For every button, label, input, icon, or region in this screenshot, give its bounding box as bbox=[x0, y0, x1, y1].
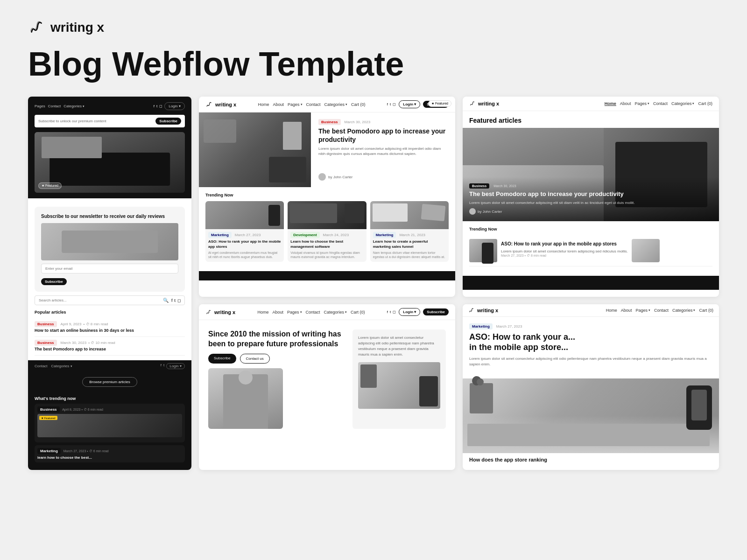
trend-excerpt-1: At eget condimentum condimentum mus feug… bbox=[208, 251, 281, 259]
popular-item-2: Business March 30, 2023 • ⏱ 10 min read … bbox=[35, 337, 185, 356]
about-fb-icon: f bbox=[387, 310, 388, 314]
right-trending-excerpt-1: Lorem ipsum dolor sit amet consectetur l… bbox=[501, 249, 628, 254]
trend-image-1 bbox=[205, 201, 284, 229]
about-secondary-image bbox=[358, 362, 440, 409]
article-tag: Marketing bbox=[469, 323, 493, 329]
nav-login-btn[interactable]: Login ▾ bbox=[399, 100, 420, 108]
featured-hero-author: by John Carter bbox=[469, 208, 712, 215]
about-right-column: Lorem ipsum dolor sit amet consectetur a… bbox=[352, 329, 446, 429]
sidebar-nav-links: Pages Contact Categories ▾ bbox=[35, 104, 85, 108]
phone-decoration bbox=[268, 205, 280, 226]
phone-decoration-large bbox=[686, 385, 712, 430]
about-subscribe-btn[interactable]: Subscribe bbox=[423, 308, 449, 315]
about-excerpt-text: Lorem ipsum dolor sit amet consectetur a… bbox=[358, 335, 440, 357]
popular-item-title-1: How to start an online business in 30 da… bbox=[35, 328, 185, 334]
right-trending-img-2 bbox=[632, 239, 660, 262]
hero-tag: Business bbox=[318, 119, 341, 125]
hero-featured-badge: ★ Featured bbox=[428, 100, 451, 107]
article-logo-icon bbox=[468, 307, 475, 314]
newsletter-card: Subscribe to our newsletter to receive o… bbox=[35, 207, 185, 292]
typewriter-image bbox=[41, 223, 178, 260]
facebook-icon: f bbox=[154, 104, 155, 108]
tag-business: Business bbox=[35, 321, 57, 327]
hero-author-avatar bbox=[318, 173, 326, 181]
main-nav-logo: writing x bbox=[205, 101, 236, 108]
main-blog-preview-card: writing x Home About Pages ▾ Contact Cat… bbox=[199, 97, 455, 297]
footer-login-btn[interactable]: Login ▾ bbox=[166, 363, 185, 369]
trending-grid: Marketing March 27, 2023 ASO: How to ran… bbox=[205, 201, 449, 262]
about-subscribe-button[interactable]: Subscribe bbox=[208, 354, 236, 364]
trend-excerpt-2: Volutpat vivamus id ipsum fringilla eges… bbox=[290, 251, 363, 259]
article-detail-header-area: Marketing March 27, 2023 ASO: How to ran… bbox=[463, 317, 719, 378]
nav-ig-icon: ◻ bbox=[393, 102, 396, 106]
right-trending-content-1: ASO: How to rank your app in the mobile … bbox=[501, 239, 628, 257]
sidebar-dark-bottom: Contact Categories ▾ f t Login ▾ Browse … bbox=[28, 360, 191, 470]
right-trending-label: Trending Now bbox=[469, 227, 712, 231]
page-title: Blog Webflow Template bbox=[28, 46, 719, 83]
sub-article-title: How does the app store ranking bbox=[463, 453, 719, 462]
footer-twitter-icon: t bbox=[163, 363, 164, 369]
newsletter-subscribe-button[interactable]: Subscribe bbox=[41, 278, 67, 285]
search-input[interactable] bbox=[39, 298, 160, 302]
article-detail-preview: writing x Home About Pages ▾ Contact Cat… bbox=[463, 304, 719, 469]
right-trending-section: Trending Now ASO: How to rank your app i… bbox=[463, 221, 719, 272]
about-action-buttons: Subscribe Contact us bbox=[208, 354, 343, 364]
browse-premium-button[interactable]: Browse premium articles bbox=[82, 377, 137, 387]
subscribe-button[interactable]: Subscribe bbox=[155, 118, 181, 125]
popular-item-title-2: The best Pomodoro app to increase bbox=[35, 347, 185, 352]
newsletter-title: Subscribe to our newsletter to receive o… bbox=[41, 213, 178, 219]
dark-trending-image: ★ Featured bbox=[37, 414, 182, 437]
trending-dark-item-1: Business April 8, 2023 • ⏱ 6 min read ★ … bbox=[35, 404, 185, 442]
trend-info-2: Development March 24, 2023 Learn how to … bbox=[288, 229, 366, 262]
black-divider-bar bbox=[199, 271, 455, 280]
notebook-decoration bbox=[42, 137, 102, 158]
mini-social-icons: f t ◻ bbox=[154, 104, 162, 108]
about-person-image bbox=[208, 368, 283, 429]
keyboard-decoration bbox=[467, 424, 710, 446]
trend-info-3: Marketing March 21, 2023 Learn how to cr… bbox=[370, 229, 449, 262]
dark-footer-nav: Contact Categories ▾ f t Login ▾ bbox=[28, 360, 191, 372]
featured-hero-overlay: Business March 30, 2023 The best Pomodor… bbox=[463, 177, 719, 221]
about-login-btn[interactable]: Login ▾ bbox=[399, 308, 420, 316]
sidebar-social-icons: f t ◻ bbox=[171, 298, 181, 303]
article-nav-logo: writing x bbox=[468, 307, 498, 314]
sidebar-nav-dark: Pages Contact Categories ▾ f t ◻ Login ▾ bbox=[35, 102, 185, 110]
about-nav: writing x Home About Pages ▾ Contact Cat… bbox=[199, 304, 455, 320]
right-black-bar bbox=[463, 276, 719, 290]
about-page-preview: writing x Home About Pages ▾ Contact Cat… bbox=[199, 304, 455, 469]
sidebar-featured-image: ★ Featured bbox=[35, 132, 185, 193]
main-container: writing x Blog Webflow Template Pages Co… bbox=[0, 0, 747, 560]
nav-social: f t ◻ bbox=[387, 102, 396, 106]
main-logo: writing x bbox=[28, 19, 104, 36]
about-logo-icon bbox=[205, 309, 212, 315]
header-area: writing x bbox=[28, 19, 719, 36]
hero-article-excerpt: Lorem ipsum dolor sit amet consectetur a… bbox=[318, 146, 448, 156]
logo-icon bbox=[28, 19, 46, 36]
featured-badge-dark: ★ Featured bbox=[38, 182, 62, 189]
trend-card-1: Marketing March 27, 2023 ASO: How to ran… bbox=[205, 201, 284, 262]
trend-card-3: Marketing March 21, 2023 Learn how to cr… bbox=[370, 201, 449, 262]
whats-trending-title: What's trending now bbox=[35, 396, 185, 401]
article-date: March 27, 2023 bbox=[496, 324, 522, 329]
article-detail-excerpt: Lorem ipsum dolor sit amet consectetur a… bbox=[469, 356, 712, 367]
search-icon[interactable]: 🔍 bbox=[163, 298, 169, 303]
subscribe-prompt: Subscribe to unlock our premium content bbox=[38, 119, 106, 123]
login-button-dark[interactable]: Login ▾ bbox=[164, 102, 185, 110]
featured-hero-excerpt: Lorem ipsum dolor sit amet consectetur a… bbox=[469, 200, 712, 205]
author-avatar-small bbox=[469, 208, 476, 215]
nav-tw-icon: t bbox=[390, 102, 391, 106]
featured-hero-title: The best Pomodoro app to increase your p… bbox=[469, 190, 712, 198]
article-detail-title: ASO: How to rank your a...in the mobile … bbox=[469, 332, 712, 352]
subscribe-bar: Subscribe to unlock our premium content … bbox=[35, 115, 185, 127]
tag-business-2: Business bbox=[35, 340, 57, 346]
trend-title-3: Learn how to create a powerful marketing… bbox=[373, 239, 446, 249]
right-trending-date-1: March 27, 2023 • ⏱ 8 min read bbox=[501, 254, 628, 257]
main-nav-links: Home About Pages ▾ Contact Categories ▾ … bbox=[258, 102, 365, 107]
trend-card-2: Development March 24, 2023 Learn how to … bbox=[288, 201, 366, 262]
about-contact-button[interactable]: Contact us bbox=[240, 354, 270, 364]
trending-label: Trending Now bbox=[205, 193, 449, 197]
article-detail-image bbox=[463, 378, 719, 453]
right-featured-panel: writing x Home About Pages ▾ Contact Cat… bbox=[463, 97, 719, 297]
hero-article-content: Business March 30, 2023 ★ Featured The b… bbox=[311, 112, 455, 187]
newsletter-email-input[interactable] bbox=[41, 264, 178, 273]
